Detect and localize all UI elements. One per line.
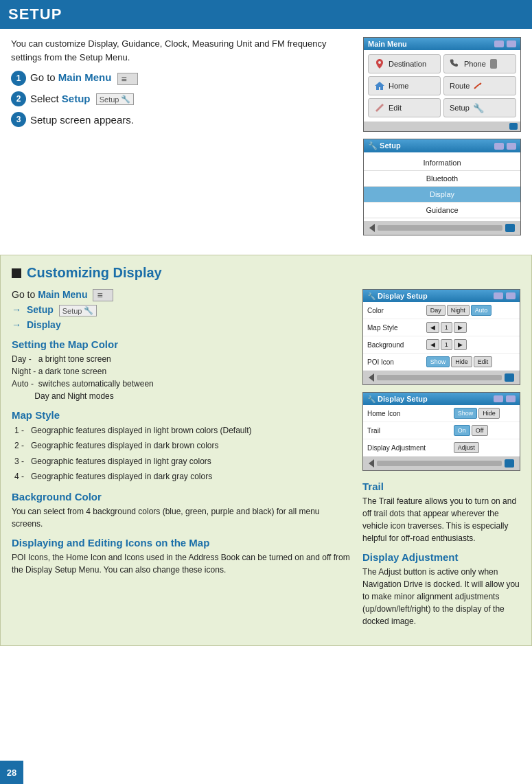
poi-show-btn[interactable]: Show: [426, 356, 450, 367]
homeicon-hide-btn[interactable]: Hide: [478, 408, 500, 419]
destination-label: Destination: [389, 60, 426, 68]
nav-item-setup: → Setup Setup 🔧: [12, 304, 351, 316]
menu-cell-setup[interactable]: Setup 🔧: [443, 98, 516, 117]
ds2-adjust-buttons: Adjust: [450, 439, 520, 457]
mapstyle-left-btn[interactable]: ◀: [426, 322, 439, 333]
setup-menu-screenshot: 🔧 Setup Information Bluetooth Display Gu…: [363, 139, 521, 235]
trail-on-btn[interactable]: On: [454, 425, 470, 436]
step-2-text: Select Setup Setup 🔧: [30, 93, 134, 106]
ds2-row-adjust: Display Adjustment Adjust: [363, 439, 520, 457]
color-night-btn[interactable]: Night: [447, 305, 470, 316]
color-auto-btn[interactable]: Auto: [471, 305, 492, 316]
trail-body: The Trail feature allows you to turn on …: [362, 495, 520, 544]
display-setup-2-titlebar: 🔧 Display Setup: [363, 393, 520, 405]
background-left-btn[interactable]: ◀: [426, 339, 439, 350]
nav-setup-label: Setup: [27, 304, 54, 315]
titlebar-icon-2: [507, 41, 516, 47]
setup-item-information[interactable]: Information: [364, 155, 520, 171]
ds1-row-poi: POI Icon Show Hide Edit: [363, 354, 520, 371]
section-heading: Customizing Display: [12, 265, 520, 281]
setup-item-guidance[interactable]: Guidance: [364, 203, 520, 218]
menu-cell-phone[interactable]: Phone: [443, 54, 516, 73]
scroll-down-btn[interactable]: [505, 224, 515, 232]
green-left-col: Go to Main Menu → Setup Setup 🔧 → Displa…: [12, 289, 351, 634]
setup-menu-list: Information Bluetooth Display Guidance: [364, 152, 520, 221]
map-style-1: 1 - Geographic features displayed in lig…: [14, 424, 351, 437]
display-setup-2-icon: 🔧: [367, 395, 375, 403]
display-adjustment-body: The Adjust button is active only when Na…: [362, 566, 520, 627]
ds1-row-color: Color Day Night Auto: [363, 302, 520, 319]
menu-cell-edit[interactable]: Edit: [368, 98, 441, 117]
edit-label: Edit: [389, 104, 402, 112]
step-2-circle: 2: [11, 91, 26, 106]
homeicon-btn-group: Show Hide: [454, 408, 516, 419]
menu-cell-route[interactable]: Route: [443, 76, 516, 95]
page-header: SETUP: [0, 0, 532, 29]
trail-off-btn[interactable]: Off: [472, 425, 488, 436]
ds2-scroll-btn[interactable]: [505, 459, 514, 468]
setup-icon: Setup 🔧: [96, 93, 135, 105]
poi-btn-group: Show Hide Edit: [426, 356, 516, 367]
ds1-background-control: ◀ 1 ▶: [422, 336, 520, 354]
black-square-icon: [12, 268, 21, 278]
display-setup-2-title: 🔧 Display Setup: [367, 395, 428, 403]
nav-mainmenu-label: Main Menu: [38, 289, 87, 300]
background-value: 1: [441, 339, 452, 350]
ds1-titlebar-icons: [494, 292, 516, 299]
page-number: 28: [0, 761, 23, 784]
setup-item-display[interactable]: Display: [364, 187, 520, 203]
background-right-btn[interactable]: ▶: [454, 339, 467, 350]
right-column-top: Main Menu Destination Phone: [363, 37, 521, 235]
mapstyle-right-btn[interactable]: ▶: [454, 322, 467, 333]
step-1-highlight: Main Menu: [58, 71, 112, 83]
ds1-scroll-btn[interactable]: [505, 373, 514, 382]
menu-cell-destination[interactable]: Destination: [368, 54, 441, 73]
color-btn-group: Day Night Auto: [426, 305, 516, 316]
progress-bar: [378, 225, 502, 231]
ds2-adjust-label: Display Adjustment: [363, 439, 450, 457]
ds2-back-bar: [363, 457, 520, 470]
displaying-icons-body: POI Icons, the Home Icon and Icons used …: [12, 551, 351, 576]
edit-pencil-icon: [374, 102, 385, 113]
ds2-back-arrow: [369, 459, 374, 468]
setup-menu-label: Setup: [450, 104, 470, 112]
color-day-btn[interactable]: Day: [426, 305, 446, 316]
nav-arrow-display: →: [12, 319, 21, 330]
background-btn-group: ◀ 1 ▶: [426, 339, 516, 350]
green-section: Customizing Display Go to Main Menu → Se…: [0, 255, 532, 646]
ds2-trail-label: Trail: [363, 422, 450, 439]
setup-menu-title: 🔧 Setup: [368, 141, 401, 150]
map-style-title: Map Style: [12, 409, 351, 421]
phone-label: Phone: [464, 60, 486, 68]
ds2-row-trail: Trail On Off: [363, 422, 520, 439]
ds1-mapstyle-label: Map Style: [363, 319, 422, 336]
ds1-color-buttons: Day Night Auto: [422, 302, 520, 319]
ds2-icon-1: [494, 395, 503, 402]
setup-item-bluetooth[interactable]: Bluetooth: [364, 171, 520, 187]
map-style-list: 1 - Geographic features displayed in lig…: [12, 424, 351, 484]
setup-icon-small: 🔧: [368, 141, 378, 150]
ds1-poi-label: POI Icon: [363, 354, 422, 371]
ds1-back-bar: [363, 371, 520, 384]
phone-detail-icon: [489, 59, 498, 69]
back-arrow-icon: [369, 224, 375, 232]
ds2-row-homeicon: Home Icon Show Hide: [363, 405, 520, 422]
trail-btn-group: On Off: [454, 425, 516, 436]
menu-cell-home[interactable]: Home: [368, 76, 441, 95]
setup-wrench-icon: 🔧: [473, 103, 484, 113]
poi-hide-btn[interactable]: Hide: [451, 356, 472, 367]
ds2-titlebar-icons: [494, 395, 516, 402]
map-style-3: 3 - Geographic features displayed in lig…: [14, 454, 351, 468]
homeicon-show-btn[interactable]: Show: [454, 408, 478, 419]
step-3-text: Setup screen appears.: [30, 114, 134, 126]
step-2-highlight: Setup: [62, 93, 91, 104]
top-content: You can customize Display, Guidance, Clo…: [0, 29, 532, 246]
mapstyle-value: 1: [441, 322, 452, 333]
adjust-btn[interactable]: Adjust: [454, 442, 479, 453]
ds1-row-mapstyle: Map Style ◀ 1 ▶: [363, 319, 520, 336]
map-color-title: Setting the Map Color: [12, 338, 351, 350]
ds2-progress: [377, 461, 502, 466]
setup-titlebar-icon-2: [507, 143, 516, 150]
poi-edit-btn[interactable]: Edit: [474, 356, 493, 367]
nav-menu-icon: [93, 289, 113, 301]
